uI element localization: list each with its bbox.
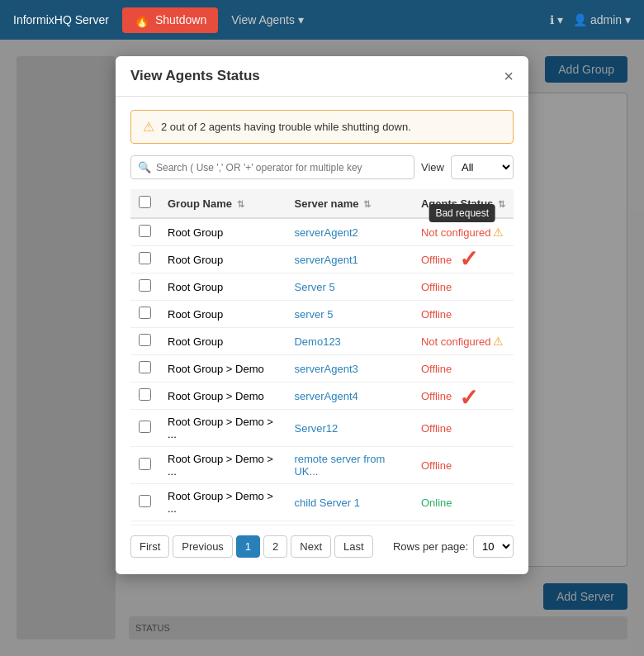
row-checkbox[interactable] <box>139 307 151 319</box>
row-checkbox[interactable] <box>139 252 151 264</box>
view-agents-link[interactable]: View Agents ▾ <box>231 13 304 26</box>
navbar-right: ℹ ▾ 👤 admin ▾ <box>550 13 631 26</box>
row-server-name: serverAgent1 <box>286 246 412 273</box>
modal-close-button[interactable]: × <box>504 68 514 84</box>
row-checkbox[interactable] <box>139 458 151 470</box>
header-server-name: Server name ⇅ <box>286 189 412 218</box>
row-server-link[interactable]: child Server 1 <box>294 497 359 509</box>
row-group-name: Root Group > Demo > ... <box>159 447 286 484</box>
admin-dropdown[interactable]: 👤 admin ▾ <box>573 13 631 26</box>
row-checkbox-cell <box>130 218 159 246</box>
row-checkbox[interactable] <box>139 279 151 292</box>
select-all-checkbox[interactable] <box>139 196 151 208</box>
row-server-name: Server 5 <box>286 273 412 301</box>
row-status: Offline <box>413 355 514 383</box>
table-head: Group Name ⇅ Server name ⇅ Agents Status… <box>130 189 514 218</box>
row-checkbox[interactable] <box>139 334 151 346</box>
row-checkbox[interactable] <box>139 495 151 507</box>
row-server-link[interactable]: serverAgent2 <box>294 226 358 239</box>
row-checkbox-cell <box>130 246 159 273</box>
row-server-link[interactable]: Server12 <box>294 422 338 435</box>
next-button[interactable]: Next <box>291 535 331 558</box>
row-status: Offline <box>413 383 514 410</box>
row-checkbox-cell <box>130 410 159 447</box>
row-status: Not configured⚠ <box>413 328 514 355</box>
row-checkbox[interactable] <box>139 225 151 237</box>
row-status-text: Offline <box>421 459 452 472</box>
table-row: Root Group > Demo > ...Server12Offline <box>130 410 514 447</box>
row-checkbox[interactable] <box>139 388 151 401</box>
row-server-name: child Server 1 <box>286 484 412 521</box>
modal-view-agents: View Agents Status × ⚠ 2 out of 2 agents… <box>116 56 528 574</box>
row-server-name: serverAgent4 <box>286 383 412 410</box>
last-button[interactable]: Last <box>334 535 373 558</box>
row-status-text: Offline <box>421 254 452 266</box>
info-icon[interactable]: ℹ ▾ <box>550 13 563 26</box>
view-select[interactable]: All Online Offline <box>451 155 514 179</box>
warning-triangle-icon: ⚠ <box>143 119 154 135</box>
rows-label: Rows per page: <box>393 540 468 553</box>
row-group-name: Root Group <box>159 273 286 301</box>
search-input[interactable] <box>156 162 407 174</box>
row-server-link[interactable]: Server 5 <box>294 281 334 293</box>
first-button[interactable]: First <box>130 535 169 558</box>
sort-group-icon[interactable]: ⇅ <box>237 199 244 209</box>
modal-header: View Agents Status × <box>116 56 528 97</box>
row-server-name: Demo123 <box>286 328 412 355</box>
row-status-text: Not configured <box>421 335 491 348</box>
row-status-text: Offline <box>421 422 452 435</box>
row-server-link[interactable]: Demo123 <box>294 335 340 348</box>
pagination-row: First Previous 1 2 Next Last Rows per pa… <box>130 525 514 561</box>
row-status-text: Not configured <box>421 226 491 239</box>
search-view-row: 🔍 View All Online Offline <box>130 155 514 179</box>
table-body: Root GroupserverAgent2Not configured⚠Bad… <box>130 218 514 521</box>
row-server-name: serverAgent2 <box>286 218 412 246</box>
row-server-name: remote server from UK... <box>286 447 412 484</box>
table-row: Root GroupServer 5Offline <box>130 273 514 301</box>
row-status: Offline <box>413 273 514 301</box>
row-checkbox-cell <box>130 355 159 383</box>
row-server-link[interactable]: remote server from UK... <box>294 453 385 478</box>
sort-server-icon[interactable]: ⇅ <box>363 199 371 209</box>
table-container: Group Name ⇅ Server name ⇅ Agents Status… <box>130 189 514 521</box>
row-server-link[interactable]: serverAgent4 <box>294 390 358 402</box>
table-row: Root Group > DemoserverAgent4Offline <box>130 383 514 410</box>
row-status: Offline <box>413 447 514 484</box>
table-row: Root Group > Demo > ...child Server 1Onl… <box>130 484 514 521</box>
rows-select[interactable]: 10 25 50 <box>473 535 514 558</box>
warn-icon: ⚠ <box>493 335 504 348</box>
row-server-name: server 5 <box>286 301 412 328</box>
row-checkbox[interactable] <box>139 361 151 373</box>
row-server-link[interactable]: serverAgent3 <box>294 363 358 375</box>
header-agents-status: Agents Status ⇅ <box>413 189 514 218</box>
row-checkbox-cell <box>130 447 159 484</box>
row-status: Online <box>413 484 514 521</box>
row-checkbox[interactable] <box>139 421 151 433</box>
row-status-text: Online <box>421 497 452 509</box>
row-server-link[interactable]: serverAgent1 <box>294 254 358 266</box>
row-checkbox-cell <box>130 484 159 521</box>
page-2-button[interactable]: 2 <box>263 535 287 558</box>
row-server-link[interactable]: server 5 <box>294 308 333 321</box>
row-status: Offline <box>413 246 514 273</box>
header-group-name: Group Name ⇅ <box>159 189 286 218</box>
row-status: Not configured⚠Bad request <box>413 218 514 246</box>
table-row: Root GroupserverAgent2Not configured⚠Bad… <box>130 218 514 246</box>
row-server-name: serverAgent3 <box>286 355 412 383</box>
page-1-button[interactable]: 1 <box>236 535 260 558</box>
sort-status-icon[interactable]: ⇅ <box>498 199 505 209</box>
previous-button[interactable]: Previous <box>173 535 233 558</box>
row-group-name: Root Group <box>159 218 286 246</box>
modal-overlay: View Agents Status × ⚠ 2 out of 2 agents… <box>0 40 644 656</box>
row-group-name: Root Group > Demo > ... <box>159 410 286 447</box>
row-status-text: Offline <box>421 281 452 293</box>
warning-text: 2 out of 2 agents having trouble while s… <box>161 121 411 133</box>
shutdown-button[interactable]: 🔥 Shutdown <box>122 7 218 33</box>
row-checkbox-cell <box>130 328 159 355</box>
row-group-name: Root Group > Demo > ... <box>159 484 286 521</box>
row-checkbox-cell <box>130 383 159 410</box>
header-checkbox-col <box>130 189 159 218</box>
page-buttons: First Previous 1 2 Next Last <box>130 535 373 558</box>
rows-per-page: Rows per page: 10 25 50 <box>393 535 514 558</box>
agents-table: Group Name ⇅ Server name ⇅ Agents Status… <box>130 189 514 521</box>
